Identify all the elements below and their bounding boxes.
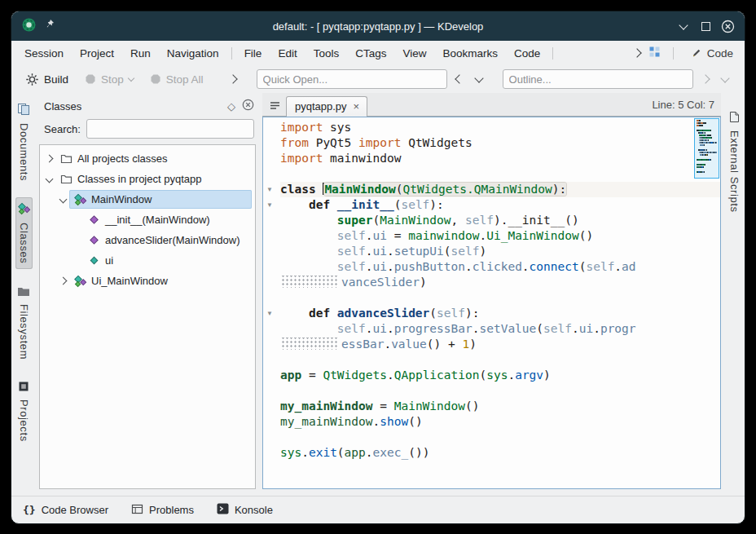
tree-expander[interactable] <box>57 278 69 284</box>
menu-tools[interactable]: Tools <box>305 44 348 63</box>
code-line[interactable]: class MainWindow(QtWidgets.QMainWindow): <box>280 182 720 197</box>
code-line-continuation[interactable]: essBar.value() + 1) <box>280 337 720 352</box>
quick-open-input[interactable] <box>257 69 447 89</box>
titlebar[interactable]: default: - [ pyqtapp:pyqtapp.py ] — KDev… <box>11 11 745 41</box>
minimap[interactable] <box>697 120 718 174</box>
code-line-continuation[interactable]: vanceSlider) <box>280 275 720 290</box>
code-token: super <box>337 214 373 227</box>
dock-tab-documents[interactable]: Documents <box>15 98 32 186</box>
statusbar-button-code-browser[interactable]: {}Code Browser <box>23 504 108 516</box>
document-list-icon[interactable] <box>266 97 284 114</box>
code-token: show <box>380 415 408 428</box>
menu-bookmarks[interactable]: Bookmarks <box>434 44 506 63</box>
menu-ctags[interactable]: CTags <box>347 44 394 63</box>
code-area[interactable]: import sysfrom PyQt5 import QtWidgetsimp… <box>276 117 720 488</box>
fold-gutter[interactable]: ▼▼▼ <box>263 117 276 488</box>
classes-search-input[interactable] <box>86 119 254 139</box>
code-line[interactable]: sys.exit(app.exec_()) <box>280 445 720 461</box>
code-line[interactable] <box>280 383 720 399</box>
code-mode-button[interactable]: Code <box>686 45 738 62</box>
grid-icon[interactable] <box>648 46 661 61</box>
code-line[interactable]: my_mainWindow = MainWindow() <box>280 399 720 414</box>
code-line[interactable]: import mainwindow <box>280 151 720 166</box>
tree-item-ui-mainwindow[interactable]: Ui_MainWindow <box>40 271 255 291</box>
menu-navigation[interactable]: Navigation <box>159 44 227 63</box>
tree-expander[interactable] <box>43 176 55 182</box>
stop-button[interactable]: Stop <box>79 70 139 89</box>
stop-all-button[interactable]: Stop All <box>144 70 209 89</box>
code-line[interactable]: self.ui.pushButton.clicked.connect(self.… <box>280 259 720 275</box>
code-line[interactable]: from PyQt5 import QtWidgets <box>280 135 720 151</box>
gutter-row <box>263 166 276 182</box>
fold-marker-icon[interactable]: ▼ <box>263 306 276 321</box>
dock-tab-projects[interactable]: Projects <box>16 376 32 447</box>
toolbar-extension-chevron[interactable] <box>226 71 240 87</box>
tab-close-icon[interactable]: × <box>354 101 360 112</box>
history-dropdown-button[interactable] <box>472 71 486 87</box>
statusbar-button-konsole[interactable]: Konsole <box>217 503 273 517</box>
code-line[interactable]: super(MainWindow, self).__init__() <box>280 213 720 228</box>
code-token <box>280 214 337 227</box>
tree-item-all-projects-classes[interactable]: All projects classes <box>40 148 255 169</box>
fold-marker-icon[interactable]: ▼ <box>263 197 276 213</box>
chevron-down-icon[interactable] <box>46 175 54 183</box>
menu-file[interactable]: File <box>236 44 270 63</box>
code-line[interactable] <box>280 430 720 445</box>
code-token: my_mainWindow <box>280 415 373 428</box>
left-dock-strip: DocumentsClassesFilesystemProjects <box>11 93 36 496</box>
minimap-viewport[interactable] <box>694 118 719 179</box>
chevron-right-icon[interactable] <box>59 277 68 285</box>
dock-tab-label: Projects <box>18 399 30 442</box>
code-line[interactable]: def __init__(self): <box>280 197 720 213</box>
code-token: MainWindow <box>324 183 395 196</box>
dock-tab-external-scripts[interactable]: External Scripts <box>727 106 742 218</box>
code-line[interactable]: import sys <box>280 120 720 135</box>
tree-item-classes-in-project-pyqtapp[interactable]: Classes in project pyqtapp <box>40 169 255 189</box>
highlighted-range: MainWindow(QtWidgets.QMainWindow): <box>324 183 566 196</box>
outline-input[interactable] <box>503 69 693 89</box>
close-button[interactable] <box>720 19 735 33</box>
code-line[interactable]: self.ui.progressBar.setValue(self.ui.pro… <box>280 321 720 337</box>
code-line[interactable] <box>280 352 720 368</box>
code-line[interactable]: my_mainWindow.show() <box>280 414 720 430</box>
tree-item-init-mainwindow[interactable]: __init__(MainWindow) <box>40 210 255 230</box>
tree-item-mainwindow[interactable]: MainWindow <box>40 189 255 210</box>
code-token: mainwindow <box>323 152 401 165</box>
code-line[interactable] <box>280 290 720 306</box>
tree-item-label: All projects classes <box>77 152 168 165</box>
code-line[interactable] <box>280 166 720 182</box>
back-button[interactable] <box>452 71 467 87</box>
fold-marker-icon[interactable]: ▼ <box>263 182 276 197</box>
dock-tab-classes[interactable]: Classes <box>15 197 33 268</box>
chevron-right-icon[interactable] <box>46 155 54 163</box>
tab-pyqtapp-py[interactable]: pyqtapp.py × <box>286 96 367 117</box>
statusbar-button-problems[interactable]: Problems <box>131 504 194 517</box>
menu-session[interactable]: Session <box>16 44 72 63</box>
code-line[interactable]: app = QtWidgets.QApplication(sys.argv) <box>280 368 720 383</box>
menu-project[interactable]: Project <box>72 44 122 63</box>
code-line[interactable]: self.ui = mainwindow.Ui_MainWindow() <box>280 228 720 244</box>
editor[interactable]: ▼▼▼ import sysfrom PyQt5 import QtWidget… <box>262 117 721 489</box>
menu-view[interactable]: View <box>394 44 434 63</box>
code-line[interactable]: def advanceSlider(self): <box>280 306 720 321</box>
menu-code[interactable]: Code <box>506 44 548 63</box>
forward-button[interactable] <box>698 71 713 87</box>
code-line[interactable]: self.ui.setupUi(self) <box>280 244 720 259</box>
tree-expander[interactable] <box>57 196 69 202</box>
minimize-button[interactable] <box>676 19 691 33</box>
detach-panel-icon[interactable]: ◇ <box>227 101 235 112</box>
tree-expander[interactable] <box>43 156 55 161</box>
chevron-down-icon[interactable] <box>59 196 68 204</box>
code-token: ) <box>479 245 486 258</box>
menu-edit[interactable]: Edit <box>270 44 305 63</box>
toolbar-overflow-chevron-icon[interactable] <box>632 48 641 57</box>
outline-dropdown-button[interactable] <box>718 71 732 87</box>
maximize-button[interactable] <box>698 19 713 33</box>
tree-item-ui[interactable]: ui <box>40 250 255 271</box>
close-panel-icon[interactable] <box>242 99 254 114</box>
tree-item-advanceslider-mainwindow[interactable]: advanceSlider(MainWindow) <box>40 230 255 250</box>
pin-icon[interactable] <box>45 19 55 33</box>
menu-run[interactable]: Run <box>122 44 159 63</box>
build-button[interactable]: Build <box>20 69 74 90</box>
dock-tab-filesystem[interactable]: Filesystem <box>15 280 32 364</box>
